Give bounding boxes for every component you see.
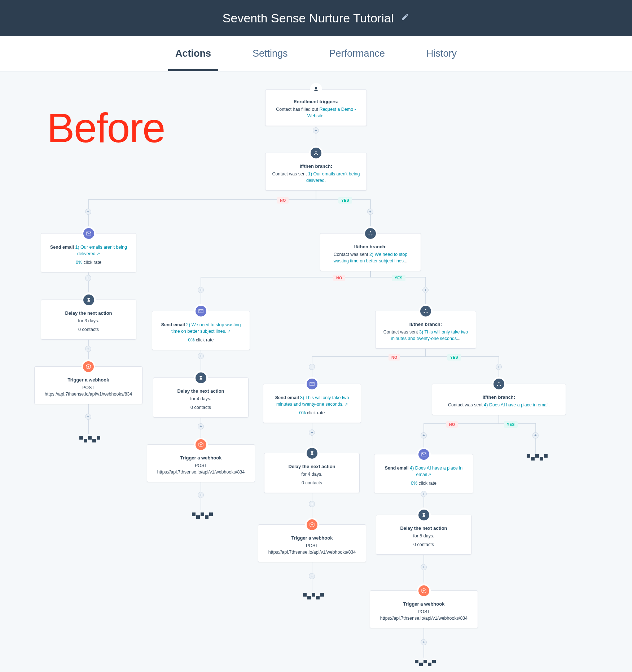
cube-icon [82,360,95,374]
send-email-card[interactable]: Send email 3) This will only take two mi… [263,384,361,423]
webhook-method: POST [154,462,248,469]
card-title: Trigger a webhook [265,535,359,541]
tab-actions[interactable]: Actions [175,36,211,71]
enrollment-trigger-card[interactable]: Enrollment triggers: Contact has filled … [265,90,367,126]
branch-yes-badge: YES [447,354,461,361]
email-link[interactable]: 1) Our emails aren't being delivered [75,245,127,256]
email-link[interactable]: 4) Does AI have a place in email [410,466,462,477]
branch-yes-badge: YES [338,197,352,204]
delay-duration: for 4 days. [160,396,242,402]
ifthen-branch-card[interactable]: If/then branch: Contact was sent 2) We n… [320,233,421,271]
add-action-button[interactable]: + [367,209,373,215]
delay-card[interactable]: Delay the next action for 4 days. 0 cont… [264,453,360,493]
add-action-button[interactable]: + [198,423,204,429]
add-action-button[interactable]: + [421,432,427,438]
workflow-canvas[interactable]: Before Enrollment triggers: Contact has … [0,71,632,672]
branch-no-badge: NO [446,421,458,428]
tab-history[interactable]: History [426,36,457,71]
card-text: Send email 3) This will only take two mi… [270,394,354,407]
svg-point-20 [424,312,425,313]
svg-point-23 [497,385,498,386]
email-icon [305,377,319,391]
cube-icon [305,518,319,532]
add-action-button[interactable]: + [309,364,315,370]
add-action-button[interactable]: + [198,287,204,293]
card-title: If/then branch: [439,394,559,400]
webhook-card[interactable]: Trigger a webhook POST https://api.7thse… [34,366,142,404]
tab-settings[interactable]: Settings [253,36,288,71]
add-action-button[interactable]: + [421,564,427,570]
click-rate: 0% click rate [159,337,243,343]
send-email-card[interactable]: Send email 2) We need to stop wasting ti… [152,311,250,350]
webhook-url: https://api.7thsense.io/api/v1/webhooks/… [154,469,248,475]
add-action-button[interactable]: + [198,492,204,498]
hourglass-icon [82,293,96,307]
send-email-card[interactable]: Send email 1) Our emails aren't being de… [41,233,136,272]
webhook-card[interactable]: Trigger a webhook POST https://api.7thse… [258,524,366,562]
ifthen-branch-card[interactable]: If/then branch: Contact was sent 4) Does… [432,384,566,415]
card-text: Contact was sent 4) Does AI have a place… [439,402,559,408]
email-link[interactable]: 1) Our emails aren't being delivered [306,171,360,183]
add-action-button[interactable]: + [422,287,429,293]
tab-performance[interactable]: Performance [329,36,385,71]
svg-point-21 [427,312,428,313]
cube-icon [417,584,431,598]
add-action-button[interactable]: + [309,573,315,579]
svg-point-24 [500,385,501,386]
end-marker [79,436,101,440]
email-icon [417,448,431,461]
add-action-button[interactable]: + [85,414,91,420]
contact-count: 0 contacts [48,326,130,333]
workflow-title: Seventh Sense Nurture Tutorial [223,11,394,25]
card-text: Send email 4) Does AI have a place in em… [381,465,466,478]
svg-point-16 [370,231,371,232]
card-title: Trigger a webhook [154,455,248,461]
add-action-button[interactable]: + [309,429,315,436]
cube-icon [194,438,208,451]
delay-duration: for 5 days. [383,533,465,539]
add-action-button[interactable]: + [198,353,204,359]
delay-duration: for 4 days. [271,471,353,477]
card-title: If/then branch: [382,322,469,327]
tab-bar: Actions Settings Performance History [0,36,632,71]
click-rate: 0% click rate [270,410,354,416]
branch-no-badge: NO [277,197,289,204]
add-action-button[interactable]: + [313,127,319,134]
branch-icon [492,377,506,391]
card-title: If/then branch: [272,163,360,169]
add-action-button[interactable]: + [85,346,91,352]
add-action-button[interactable]: + [496,364,502,370]
end-marker [303,593,325,597]
end-marker [527,454,548,458]
card-title: Delay the next action [383,525,465,531]
delay-card[interactable]: Delay the next action for 5 days. 0 cont… [376,515,471,555]
hourglass-icon [305,446,319,460]
send-email-card[interactable]: Send email 4) Does AI have a place in em… [374,454,473,493]
click-rate: 0% click rate [381,480,466,486]
add-action-button[interactable]: + [421,639,427,645]
add-action-button[interactable]: + [309,501,315,507]
webhook-url: https://api.7thsense.io/api/v1/webhooks/… [377,615,471,621]
branch-yes-badge: YES [392,275,405,281]
delay-card[interactable]: Delay the next action for 3 days. 0 cont… [41,300,136,340]
webhook-url: https://api.7thsense.io/api/v1/webhooks/… [265,549,359,555]
add-action-button[interactable]: + [85,275,91,281]
email-link[interactable]: 4) Does AI have a place in email [484,402,548,407]
webhook-card[interactable]: Trigger a webhook POST https://api.7thse… [147,444,255,482]
card-text: Contact was sent 2) We need to stop wast… [327,251,414,264]
end-marker [192,512,214,516]
webhook-method: POST [377,608,471,615]
delay-card[interactable]: Delay the next action for 4 days. 0 cont… [153,378,249,418]
add-action-button[interactable]: + [532,432,539,438]
webhook-card[interactable]: Trigger a webhook POST https://api.7thse… [370,590,478,628]
add-action-button[interactable]: + [85,209,91,215]
branch-no-badge: NO [333,275,345,281]
delay-duration: for 3 days. [48,318,130,324]
branch-icon [309,146,323,160]
contact-count: 0 contacts [160,404,242,411]
ifthen-branch-card[interactable]: If/then branch: Contact was sent 1) Our … [265,153,367,191]
add-action-button[interactable]: + [421,491,427,497]
ifthen-branch-card[interactable]: If/then branch: Contact was sent 3) This… [375,311,476,349]
hourglass-icon [194,371,208,385]
edit-icon[interactable] [401,13,409,24]
